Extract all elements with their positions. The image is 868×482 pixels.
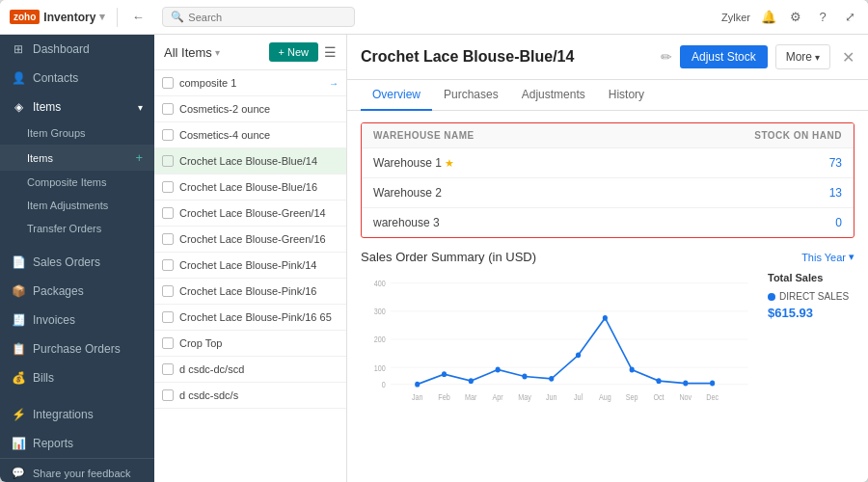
list-item[interactable]: Crochet Lace Blouse-Pink/16 — [154, 279, 346, 305]
tab-overview[interactable]: Overview — [361, 80, 432, 111]
svg-point-17 — [603, 315, 608, 321]
svg-point-10 — [415, 382, 420, 388]
notification-icon[interactable]: 🔔 — [760, 9, 777, 26]
tab-adjustments[interactable]: Adjustments — [510, 80, 597, 111]
svg-text:Jan: Jan — [412, 393, 423, 403]
list-item[interactable]: Crop Top — [154, 331, 346, 357]
item-name: Crochet Lace Blouse-Blue/14 — [179, 155, 339, 167]
svg-text:400: 400 — [374, 280, 386, 289]
sidebar-item-composite[interactable]: Composite Items — [0, 171, 154, 194]
list-item[interactable]: Cosmetics-4 ounce — [154, 122, 346, 148]
list-item[interactable]: d csdc-sdc/s — [154, 383, 346, 409]
table-row: Warehouse 2 13 — [362, 178, 854, 208]
adjust-stock-button[interactable]: Adjust Stock — [680, 45, 768, 68]
chart-legend: Total Sales DIRECT SALES $615.93 — [768, 272, 854, 407]
sidebar-item-adjustments[interactable]: Item Adjustments — [0, 194, 154, 217]
search-bar[interactable]: 🔍 — [162, 7, 355, 27]
item-checkbox[interactable] — [162, 259, 174, 271]
item-checkbox[interactable] — [162, 311, 174, 323]
item-name: Crop Top — [179, 337, 339, 349]
items-list-header: All Items ▾ + New ☰ — [154, 35, 346, 70]
list-item-selected[interactable]: Crochet Lace Blouse-Blue/14 — [154, 148, 346, 174]
sidebar-item-items-sub[interactable]: Items + — [0, 145, 154, 171]
item-checkbox[interactable] — [162, 77, 174, 89]
sidebar-item-contacts[interactable]: 👤 Contacts — [0, 64, 154, 93]
plus-icon[interactable]: + — [135, 150, 143, 165]
detail-title: Crochet Lace Blouse-Blue/14 — [361, 48, 653, 66]
divider — [117, 8, 118, 27]
table-row: Warehouse 1 ★ 73 — [362, 148, 854, 178]
list-item[interactable]: Crochet Lace Blouse-Green/14 — [154, 201, 346, 227]
sidebar-label-transfer: Transfer Orders — [27, 223, 101, 234]
svg-point-21 — [710, 381, 715, 387]
logo-box: zoho — [10, 10, 40, 24]
svg-point-18 — [630, 367, 635, 373]
back-icon[interactable]: ← — [129, 9, 147, 26]
sidebar-item-purchase[interactable]: 📋 Purchase Orders — [0, 335, 154, 363]
item-checkbox[interactable] — [162, 389, 174, 401]
sidebar-item-invoices[interactable]: 🧾 Invoices — [0, 306, 154, 335]
sales-icon: 📄 — [12, 255, 25, 269]
svg-text:200: 200 — [374, 335, 386, 345]
app-name: Inventory — [43, 11, 95, 24]
this-year-chevron: ▾ — [849, 251, 854, 263]
new-button[interactable]: + New — [269, 42, 319, 62]
list-item[interactable]: Crochet Lace Blouse-Green/16 — [154, 227, 346, 253]
search-input[interactable] — [188, 12, 346, 23]
svg-point-15 — [549, 376, 554, 382]
sidebar-item-reports[interactable]: 📊 Reports — [0, 429, 154, 458]
feedback-link[interactable]: 💬 Share your feedback — [0, 458, 154, 482]
expand-icon[interactable]: ⤢ — [841, 9, 858, 26]
item-checkbox[interactable] — [162, 181, 174, 193]
list-item[interactable]: d csdc-dc/scd — [154, 357, 346, 383]
item-checkbox[interactable] — [162, 129, 174, 141]
list-item[interactable]: Crochet Lace Blouse-Pink/14 — [154, 253, 346, 279]
svg-text:Jul: Jul — [574, 393, 583, 403]
svg-text:Sep: Sep — [626, 393, 638, 403]
table-row: warehouse 3 0 — [362, 208, 854, 238]
sidebar-item-transfer[interactable]: Transfer Orders — [0, 217, 154, 240]
list-item[interactable]: Crochet Lace Blouse-Pink/16 65 — [154, 305, 346, 331]
all-items-label[interactable]: All Items ▾ — [164, 45, 220, 60]
dropdown-chevron[interactable]: ▾ — [99, 11, 105, 23]
item-checkbox[interactable] — [162, 103, 174, 115]
this-year-button[interactable]: This Year ▾ — [801, 251, 854, 263]
item-name: Cosmetics-4 ounce — [179, 129, 339, 141]
legend-value: $615.93 — [768, 306, 813, 320]
item-name: Crochet Lace Blouse-Pink/16 — [179, 285, 339, 297]
sidebar-label-integrations: Integrations — [33, 408, 94, 421]
sidebar-item-bills[interactable]: 💰 Bills — [0, 363, 154, 392]
sidebar-item-sales[interactable]: 📄 Sales Orders — [0, 248, 154, 277]
help-icon[interactable]: ? — [814, 9, 831, 26]
sidebar-label-contacts: Contacts — [33, 71, 78, 85]
list-item[interactable]: Cosmetics-2 ounce — [154, 96, 346, 122]
svg-text:Aug: Aug — [599, 393, 611, 403]
svg-text:May: May — [518, 393, 531, 403]
item-checkbox[interactable] — [162, 285, 174, 297]
detail-panel: Crochet Lace Blouse-Blue/14 ✏ Adjust Sto… — [347, 35, 868, 482]
sidebar-item-packages[interactable]: 📦 Packages — [0, 277, 154, 306]
item-checkbox[interactable] — [162, 233, 174, 245]
sidebar-item-groups[interactable]: Item Groups — [0, 121, 154, 145]
sidebar-label-reports: Reports — [33, 437, 73, 450]
sidebar-item-dashboard[interactable]: ⊞ Dashboard — [0, 35, 154, 64]
sidebar-label-items-sub: Items — [27, 152, 53, 164]
item-checkbox[interactable] — [162, 337, 174, 349]
close-button[interactable]: ✕ — [842, 48, 854, 67]
bills-icon: 💰 — [12, 371, 25, 385]
list-item[interactable]: Crochet Lace Blouse-Blue/16 — [154, 174, 346, 201]
item-checkbox[interactable] — [162, 363, 174, 375]
tab-purchases[interactable]: Purchases — [432, 80, 510, 111]
items-chevron: ▾ — [138, 102, 143, 113]
item-checkbox[interactable] — [162, 207, 174, 219]
item-checkbox[interactable] — [162, 155, 174, 167]
list-menu-icon[interactable]: ☰ — [324, 44, 337, 60]
gear-icon[interactable]: ⚙ — [787, 9, 804, 26]
sidebar-item-integrations[interactable]: ⚡ Integrations — [0, 400, 154, 429]
sidebar-item-items[interactable]: ◈ Items ▾ — [0, 93, 154, 121]
edit-icon[interactable]: ✏ — [661, 49, 672, 65]
list-item[interactable]: composite 1 → — [154, 70, 346, 96]
tab-history[interactable]: History — [597, 80, 656, 111]
more-button[interactable]: More ▾ — [775, 44, 830, 69]
item-name: Crochet Lace Blouse-Green/16 — [179, 233, 339, 245]
